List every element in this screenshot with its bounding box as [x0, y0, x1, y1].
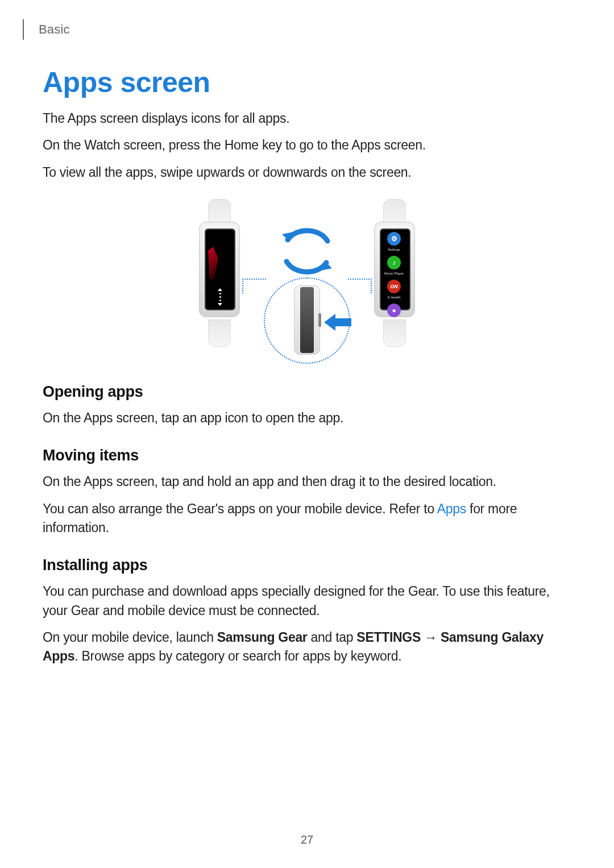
page-title: Apps screen	[43, 66, 571, 99]
music-app-icon: ♪	[387, 256, 401, 269]
chevron-up-icon	[218, 288, 222, 291]
home-key	[318, 313, 321, 327]
document-page: Basic Apps screen The Apps screen displa…	[0, 0, 614, 868]
watch-strap-bottom	[383, 319, 406, 347]
breadcrumb: Basic	[23, 22, 571, 38]
text-fragment: and tap	[308, 630, 357, 645]
watch-right: ⚙ Settings ♪ Music Player ON S Health ●	[370, 199, 420, 347]
chevron-down-icon	[218, 303, 222, 306]
svg-rect-2	[334, 318, 351, 326]
rotate-arrow-top-icon	[280, 224, 334, 249]
intro-paragraph-3: To view all the apps, swipe upwards or d…	[43, 163, 571, 182]
app-icon-list: ⚙ Settings ♪ Music Player ON S Health ●	[380, 229, 408, 312]
text-fragment: On your mobile device, launch	[43, 630, 217, 645]
bold-samsung-gear: Samsung Gear	[217, 630, 308, 645]
app-label: Music Player	[384, 272, 404, 275]
apps-screen-figure: ⚙ Settings ♪ Music Player ON S Health ●	[43, 199, 571, 364]
watch-left	[194, 199, 244, 347]
moving-items-paragraph-1: On the Apps screen, tap and hold an app …	[43, 472, 571, 491]
shealth-app-icon: ON	[387, 280, 401, 293]
bold-settings: SETTINGS	[356, 630, 421, 645]
arrow-fragment: →	[421, 630, 441, 645]
section-heading-installing-apps: Installing apps	[43, 556, 571, 574]
watchface-graphic	[208, 247, 225, 286]
text-fragment: You can also arrange the Gear's apps on …	[43, 501, 437, 516]
scroll-indicator	[206, 288, 234, 306]
watch-screen-watchface	[205, 229, 235, 310]
section-heading-opening-apps: Opening apps	[43, 383, 571, 401]
watch-strap-bottom	[208, 319, 231, 347]
callout-lead-left	[242, 279, 266, 293]
rotate-arrow-bottom-icon	[280, 254, 334, 279]
zoomed-watch-side	[294, 285, 320, 355]
breadcrumb-divider	[23, 19, 24, 40]
press-arrow-icon	[324, 313, 351, 332]
svg-marker-3	[324, 314, 335, 331]
intro-paragraph-2: On the Watch screen, press the Home key …	[43, 136, 571, 155]
dot-icon	[219, 293, 221, 294]
installing-apps-paragraph-1: You can purchase and download apps speci…	[43, 582, 571, 620]
apps-link[interactable]: Apps	[437, 501, 466, 516]
app-label: Settings	[388, 248, 400, 251]
moving-items-paragraph-2: You can also arrange the Gear's apps on …	[43, 500, 571, 538]
breadcrumb-label: Basic	[39, 22, 70, 37]
opening-apps-paragraph: On the Apps screen, tap an app icon to o…	[43, 409, 571, 427]
app-label: S Health	[387, 296, 400, 299]
installing-apps-paragraph-2: On your mobile device, launch Samsung Ge…	[43, 628, 571, 666]
section-heading-moving-items: Moving items	[43, 447, 571, 464]
zoomed-watch-screen	[300, 287, 314, 353]
intro-paragraph-1: The Apps screen displays icons for all a…	[43, 109, 571, 128]
text-fragment: . Browse apps by category or search for …	[74, 649, 401, 663]
callout-lead-right	[348, 279, 372, 293]
settings-app-icon: ⚙	[387, 232, 401, 246]
other-app-icon: ●	[387, 304, 401, 317]
dot-icon	[219, 300, 221, 301]
page-number: 27	[0, 833, 614, 846]
home-key-callout	[250, 199, 364, 364]
dot-icon	[219, 296, 221, 298]
